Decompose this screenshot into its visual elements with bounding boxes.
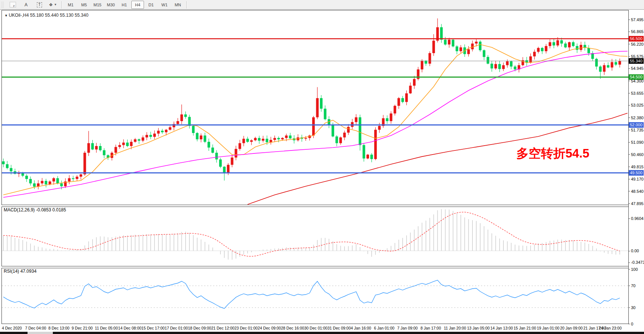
candle [611, 62, 613, 67]
candle [95, 146, 98, 149]
timeframe-button-m30[interactable]: M30 [105, 1, 117, 9]
date-label: 18 Dec 09:00 [188, 326, 211, 330]
price-tick-label: 53.025 [631, 103, 644, 107]
timeframe-button-d1[interactable]: D1 [145, 1, 157, 9]
timeframe-button-h4[interactable]: H4 [131, 1, 144, 9]
toolbar-separator [61, 1, 62, 9]
candle [312, 117, 315, 136]
price-tick-label: 49.170 [631, 177, 644, 181]
candle [208, 142, 210, 147]
text-box-button[interactable]: T [33, 1, 46, 9]
date-label: 4 Jan 16:00 [351, 326, 371, 330]
toolbar-grip[interactable] [1, 1, 4, 8]
date-label: 23 Dec 01:00 [234, 326, 258, 330]
candle [103, 150, 105, 155]
macd-axis-label: -0.3473 [631, 260, 644, 265]
date-label: 19 Jan 01:00 [537, 326, 560, 330]
candle [370, 155, 373, 159]
rsi-axis-label: 0 [631, 322, 633, 326]
candle [413, 79, 416, 86]
candle [118, 145, 121, 147]
price-tick-label: 47.895 [631, 201, 644, 206]
candle [122, 143, 125, 145]
candle [366, 155, 369, 158]
candle [514, 67, 516, 69]
objects-icon: ❖ [49, 2, 53, 7]
price-badge-label: 49.500 [630, 171, 643, 175]
timeframe-button-mn[interactable]: MN [172, 1, 184, 9]
candle [490, 64, 493, 68]
chart-toolbar: F A T ❖ ▼ M1M5M15M30H1H4D1W1MN [0, 0, 644, 10]
candle [615, 62, 617, 65]
price-badge-label: 56.500 [630, 36, 643, 41]
text-label-button[interactable]: A [20, 1, 32, 9]
timeframe-button-group: M1M5M15M30H1H4D1W1MN [64, 1, 185, 9]
candle [549, 42, 551, 46]
candle [444, 40, 446, 45]
timeframe-button-m5[interactable]: M5 [78, 1, 90, 9]
price-tick-label: 51.735 [631, 128, 644, 132]
candle [359, 117, 361, 145]
timeframe-button-m1[interactable]: M1 [64, 1, 77, 9]
rsi-axis-label: 30 [631, 305, 635, 310]
rsi-axis-label: 70 [631, 283, 635, 288]
candle [467, 49, 470, 54]
timeframe-button-m15[interactable]: M15 [91, 1, 104, 9]
candle [494, 64, 497, 68]
date-label: 15 Jan 21:00 [513, 326, 536, 330]
candle [149, 135, 152, 137]
candle [557, 40, 559, 45]
candle [130, 142, 132, 146]
candle [429, 53, 431, 64]
candle [33, 184, 36, 187]
timeframe-button-w1[interactable]: W1 [158, 1, 171, 9]
candle [459, 48, 462, 51]
rsi-panel [2, 268, 629, 324]
candle [68, 178, 71, 182]
chart-shift-button[interactable]: F [6, 1, 19, 9]
price-tick-label: 48.540 [631, 189, 644, 194]
candle [215, 153, 218, 159]
candle [390, 113, 393, 121]
macd-axis-label: 0.9604 [631, 216, 644, 221]
candle [529, 56, 532, 63]
candle [421, 61, 423, 69]
candle [336, 136, 338, 143]
text-label-icon: A [25, 2, 28, 7]
candle [142, 137, 144, 141]
candle [60, 184, 63, 187]
candle [169, 127, 172, 130]
window-bottom-bar-segment[interactable] [28, 332, 53, 334]
candle [448, 40, 451, 45]
date-label: 24 Dec 09:00 [258, 326, 281, 330]
candle [254, 138, 257, 140]
candle [552, 42, 555, 46]
candle [506, 61, 509, 65]
price-tick-label: 55.575 [631, 54, 644, 59]
price-panel [2, 10, 629, 205]
candle [211, 147, 214, 153]
candle [10, 168, 12, 171]
candle [196, 133, 199, 139]
objects-button[interactable]: ❖ ▼ [47, 1, 59, 9]
date-label: 31 Dec 09:00 [327, 326, 351, 330]
candle [339, 137, 342, 143]
candle [246, 139, 249, 142]
date-label: 8 Dec 13:00 [48, 326, 70, 330]
candle [576, 46, 579, 50]
candle [405, 93, 408, 102]
price-tick-label: 56.865 [631, 29, 644, 34]
date-label: 4 Dec 2020 [2, 326, 22, 330]
candle [331, 125, 334, 136]
candle [219, 159, 222, 167]
chevron-down-icon: ▼ [54, 3, 57, 6]
trading-terminal-window: F A T ❖ ▼ M1M5M15M30H1H4D1W1MN 56.50055.… [0, 0, 644, 334]
candle [374, 130, 377, 159]
date-label: 7 Jan 09:00 [397, 326, 418, 330]
candle [87, 143, 90, 153]
candle [45, 181, 47, 184]
timeframe-button-h1[interactable]: H1 [118, 1, 131, 9]
candle [153, 134, 156, 137]
price-tick-label: 53.655 [631, 91, 644, 95]
candle [595, 59, 598, 67]
